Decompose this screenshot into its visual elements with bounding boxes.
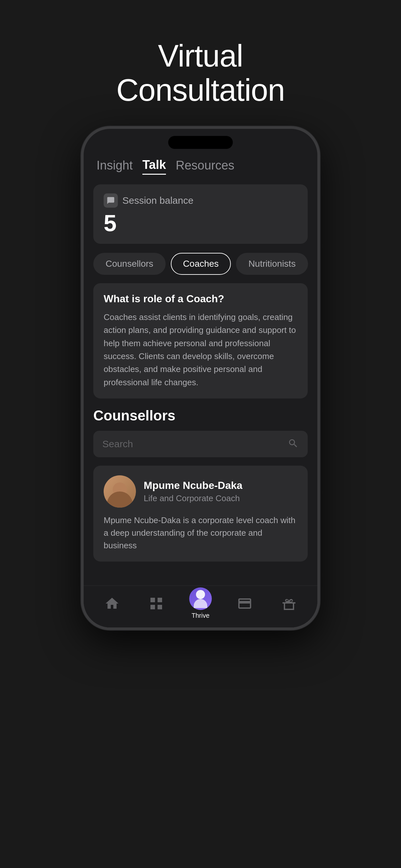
message-icon bbox=[106, 196, 115, 205]
nav-thrive[interactable]: Thrive bbox=[179, 587, 223, 619]
tab-resources[interactable]: Resources bbox=[176, 159, 235, 175]
nav-home[interactable] bbox=[90, 596, 134, 611]
session-balance-card: Session balance 5 bbox=[93, 184, 308, 244]
screen: Insight Talk Resources Session balance 5 bbox=[84, 129, 317, 627]
session-balance-header: Session balance bbox=[104, 193, 297, 208]
counsellor-description: Mpume Ncube-Daka is a corporate level co… bbox=[104, 514, 297, 552]
search-bar[interactable]: Search bbox=[93, 431, 308, 457]
nav-gift[interactable] bbox=[267, 596, 311, 611]
counsellors-section-title: Counsellors bbox=[84, 407, 317, 424]
counsellor-role: Life and Corporate Coach bbox=[144, 493, 297, 503]
nav-grid[interactable] bbox=[134, 596, 179, 611]
card-icon bbox=[237, 596, 252, 611]
bottom-nav: Thrive bbox=[84, 585, 317, 627]
phone-frame: Insight Talk Resources Session balance 5 bbox=[81, 126, 320, 630]
tab-insight[interactable]: Insight bbox=[96, 159, 133, 175]
nav-card[interactable] bbox=[222, 596, 267, 611]
counsellor-name: Mpume Ncube-Daka bbox=[144, 479, 297, 492]
counsellor-header: Mpume Ncube-Daka Life and Corporate Coac… bbox=[104, 475, 297, 507]
screen-content: Insight Talk Resources Session balance 5 bbox=[84, 129, 317, 585]
home-icon bbox=[104, 596, 120, 611]
tab-talk[interactable]: Talk bbox=[143, 158, 166, 175]
pill-counsellors[interactable]: Counsellors bbox=[93, 253, 166, 275]
grid-icon bbox=[149, 596, 164, 611]
search-icon bbox=[288, 438, 299, 450]
thrive-label: Thrive bbox=[191, 612, 210, 619]
page-title-container: Virtual Consultation bbox=[116, 39, 285, 107]
info-card-title: What is role of a Coach? bbox=[104, 293, 297, 305]
thrive-icon bbox=[189, 587, 212, 610]
chat-icon bbox=[104, 193, 118, 208]
avatar bbox=[104, 475, 136, 507]
session-balance-label: Session balance bbox=[122, 195, 193, 206]
avatar-face bbox=[104, 475, 136, 507]
gift-icon bbox=[281, 596, 297, 611]
search-placeholder: Search bbox=[102, 438, 282, 450]
filter-pills: Counsellors Coaches Nutritionists bbox=[84, 253, 317, 275]
pill-nutritionists[interactable]: Nutritionists bbox=[236, 253, 308, 275]
info-card-text: Coaches assist clients in identifying go… bbox=[104, 311, 297, 389]
counsellor-info: Mpume Ncube-Daka Life and Corporate Coac… bbox=[144, 479, 297, 503]
pill-coaches[interactable]: Coaches bbox=[171, 253, 231, 275]
counsellor-card[interactable]: Mpume Ncube-Daka Life and Corporate Coac… bbox=[93, 466, 308, 562]
page-title: Virtual Consultation bbox=[116, 39, 285, 107]
session-balance-number: 5 bbox=[104, 212, 297, 235]
info-card: What is role of a Coach? Coaches assist … bbox=[93, 283, 308, 399]
dynamic-island bbox=[168, 136, 233, 149]
nav-tabs: Insight Talk Resources bbox=[84, 158, 317, 175]
